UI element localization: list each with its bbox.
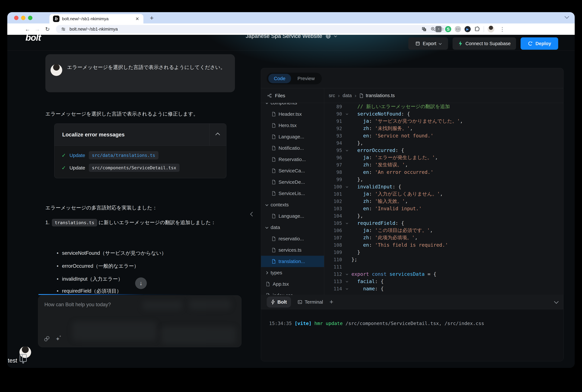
forward-icon[interactable]: → [33, 24, 42, 35]
bolt-terminal-tab[interactable]: Bolt [267, 296, 291, 308]
chat-input-card[interactable]: ✦✦ [38, 296, 241, 347]
tree-folder-types[interactable]: types [261, 267, 324, 278]
code-line-102[interactable]: 102 zh: '输入无效。', [324, 198, 563, 205]
tree-file-servicelis-[interactable]: ServiceLis... [261, 188, 324, 199]
extensions-puzzle-icon[interactable] [474, 26, 480, 32]
code-line-94[interactable]: 94 }, [324, 139, 563, 147]
code-line-90[interactable]: 90 serviceNotFound: { [324, 110, 563, 118]
step-file-chip[interactable]: src/components/ServiceDetail.tsx [89, 164, 179, 172]
bolt-logo[interactable]: bolt [26, 35, 41, 43]
code-line-107[interactable]: 107 zh: '此项为必填项。', [324, 234, 563, 241]
fold-chevron-icon[interactable] [342, 273, 352, 275]
code-line-105[interactable]: 105 requiredField: { [324, 220, 563, 227]
terminal-output[interactable]: 15:34:35 [vite] hmr update /src/componen… [261, 309, 563, 361]
back-icon[interactable]: ← [23, 24, 33, 35]
tree-file-services-ts[interactable]: services.ts [261, 244, 324, 256]
tab-search-chevron-icon[interactable] [565, 15, 568, 19]
code-line-103[interactable]: 103 en: 'Invalid input.' [324, 205, 563, 212]
extension-icon-s[interactable]: S [445, 26, 451, 32]
code-line-100[interactable]: 100 invalidInput: { [324, 183, 563, 190]
breadcrumb-file[interactable]: translations.ts [359, 93, 395, 98]
connect-supabase-button[interactable]: Connect to Supabase [453, 38, 516, 50]
tree-folder-components[interactable]: components [261, 103, 324, 108]
code-line-114[interactable]: 114 name: { [324, 285, 563, 292]
scroll-to-bottom-button[interactable]: ↓ [135, 278, 147, 289]
tab-close-icon[interactable]: ✕ [135, 16, 140, 22]
breadcrumb[interactable]: src › data › translations.ts [324, 88, 563, 103]
reload-icon[interactable]: ↻ [43, 24, 52, 35]
fold-chevron-icon[interactable] [342, 288, 352, 290]
inline-code-chip[interactable]: translations.ts [52, 219, 97, 226]
code-line-96[interactable]: 96 ja: 'エラーが発生しました。', [324, 154, 563, 161]
chat-input[interactable] [44, 302, 190, 321]
tree-file-hero-tsx[interactable]: Hero.tsx [261, 120, 324, 131]
url-text[interactable]: bolt.new/~/sb1-nkimimya [70, 27, 418, 32]
tab-preview[interactable]: Preview [292, 74, 320, 83]
zoom-page-icon[interactable] [430, 26, 436, 32]
tree-file-translation-[interactable]: translation... [261, 256, 324, 267]
export-button[interactable]: Export [408, 38, 448, 50]
enhance-sparkle-icon[interactable]: ✦✦ [55, 336, 60, 342]
plan-card-header[interactable]: Localize error messages [55, 124, 226, 146]
tree-file-header-tsx[interactable]: Header.tsx [261, 108, 324, 120]
code-line-108[interactable]: 108 en: 'This field is required.' [324, 241, 563, 248]
new-terminal-button[interactable]: + [330, 298, 333, 306]
code-line-89[interactable]: 89 // 新しいエラーメッセージの翻訳を追加 [324, 103, 563, 110]
code-line-95[interactable]: 95 errorOccurred: { [324, 147, 563, 154]
fold-chevron-icon[interactable] [342, 281, 352, 282]
fold-chevron-icon[interactable] [342, 186, 352, 188]
close-window-button[interactable] [14, 16, 19, 20]
tree-folder-data[interactable]: data [261, 222, 324, 233]
code-line-104[interactable]: 104 }, [324, 212, 563, 220]
breadcrumb-data[interactable]: data [343, 93, 352, 98]
tree-file-reservatio-[interactable]: reservatio... [261, 233, 324, 244]
code-line-101[interactable]: 101 ja: '入力が正しくありません。', [324, 190, 563, 198]
code-editor[interactable]: 89 // 新しいエラーメッセージの翻訳を追加90 serviceNotFoun… [324, 103, 563, 295]
code-line-110[interactable]: 110}; [324, 256, 563, 263]
tab-code[interactable]: Code [268, 74, 291, 83]
code-line-109[interactable]: 109 } [324, 248, 563, 256]
code-line-92[interactable]: 92 zh: '未找到服务。', [324, 125, 563, 132]
tree-file-reservatio-[interactable]: Reservatio... [261, 154, 324, 165]
browser-menu-icon[interactable]: ⋮ [498, 26, 507, 32]
code-line-111[interactable]: 111 [324, 263, 563, 270]
extension-icon-1[interactable]: ◔ [435, 26, 442, 32]
tree-file-index-css[interactable]: index.css [261, 290, 324, 295]
site-settings-icon[interactable] [61, 26, 66, 32]
tree-file-language-[interactable]: Language... [261, 131, 324, 142]
code-line-99[interactable]: 99 }, [324, 176, 563, 183]
tree-file-serviceca-[interactable]: ServiceCa... [261, 165, 324, 176]
code-line-91[interactable]: 91 ja: 'サービスが見つかりませんでした。', [324, 118, 563, 125]
code-line-97[interactable]: 97 zh: '发生错误。', [324, 161, 563, 168]
minimize-window-button[interactable] [21, 16, 26, 20]
new-tab-button[interactable]: + [150, 14, 154, 22]
extension-icon-mascot[interactable] [455, 26, 461, 32]
account-row[interactable]: test [8, 357, 17, 364]
step-file-chip[interactable]: src/data/translations.ts [89, 151, 158, 160]
breadcrumb-src[interactable]: src [329, 93, 335, 98]
tree-file-language-[interactable]: Language... [261, 210, 324, 222]
fold-chevron-icon[interactable] [342, 150, 352, 151]
fold-chevron-icon[interactable] [342, 113, 352, 115]
code-line-98[interactable]: 98 en: 'An error occurred.' [324, 168, 563, 176]
browser-profile-avatar[interactable] [487, 26, 494, 32]
deploy-button[interactable]: Deploy [521, 38, 558, 50]
attach-link-icon[interactable] [44, 336, 50, 342]
extension-icon-play[interactable]: ▶ [465, 26, 471, 32]
zoom-window-button[interactable] [28, 16, 33, 20]
browser-tab[interactable]: b bolt.new/~/sb1-nkimimya ✕ [50, 14, 143, 24]
collapse-terminal-chevron-icon[interactable] [554, 300, 558, 304]
tree-file-app-tsx[interactable]: App.tsx [261, 278, 324, 290]
code-line-93[interactable]: 93 en: 'Service not found.' [324, 132, 563, 139]
code-line-112[interactable]: 112export const servicesData = { [324, 270, 563, 278]
fold-chevron-icon[interactable] [342, 222, 352, 224]
code-line-106[interactable]: 106 ja: 'この項目は必須です。', [324, 227, 563, 234]
collapse-chat-button[interactable] [251, 212, 254, 216]
address-bar[interactable]: bolt.new/~/sb1-nkimimya G文 ☆ [56, 25, 450, 33]
tree-file-servicede-[interactable]: ServiceDe... [261, 176, 324, 188]
tree-file-notificatio-[interactable]: Notificatio... [261, 142, 324, 154]
tree-folder-contexts[interactable]: contexts [261, 199, 324, 210]
sidebar-panel-icon[interactable] [19, 353, 28, 364]
translate-icon[interactable]: G文 [421, 26, 427, 32]
plan-collapse-button[interactable] [209, 124, 226, 146]
